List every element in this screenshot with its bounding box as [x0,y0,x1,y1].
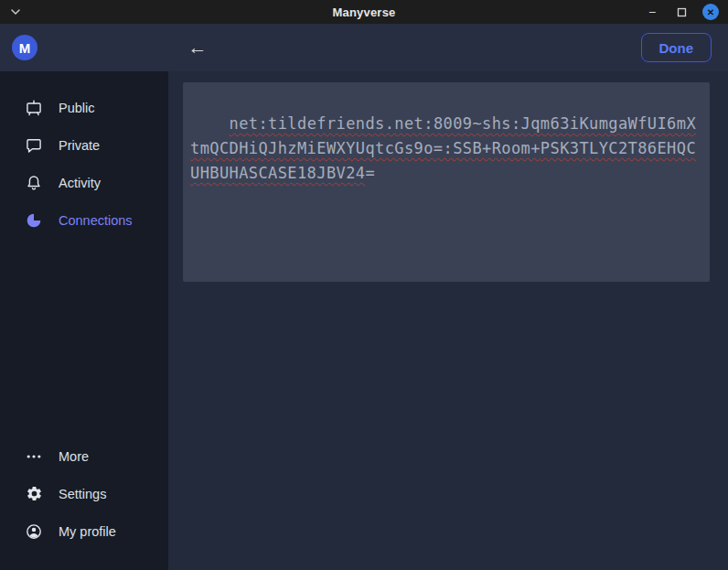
connections-swirl-icon [25,211,43,230]
sidebar-item-label: Settings [59,487,106,501]
window-title: Manyverse [0,5,728,19]
bulletin-board-icon [25,99,43,117]
sidebar-item-label: Activity [59,176,101,190]
minimize-button[interactable]: − [644,4,660,20]
invite-code-input[interactable]: net:tildefriends.net:8009~shs:Jqm63iKumg… [183,82,710,282]
sidebar-item-label: Private [59,138,100,153]
app-header: M ← Done [0,24,728,71]
sidebar-main-group: Public Private Activity [0,71,168,239]
sidebar-footer-group: More Settings My profile [0,437,168,550]
close-icon: ✕ [707,7,714,17]
back-button[interactable]: ← [184,34,211,61]
sidebar-item-settings[interactable]: Settings [0,475,168,512]
done-button[interactable]: Done [641,33,712,62]
dots-more-icon [25,447,43,466]
logo-letter: M [19,40,31,56]
invite-code-segment: = [365,164,375,182]
sidebar-item-public[interactable]: Public [0,89,168,126]
sidebar-item-activity[interactable]: Activity [0,164,168,201]
gear-icon [25,485,43,503]
sidebar-item-label: Public [59,101,95,115]
sidebar-item-my-profile[interactable]: My profile [0,512,168,550]
main-content: net:tildefriends.net:8009~shs:Jqm63iKumg… [168,71,728,570]
window-controls: − ✕ [644,0,719,24]
window-menu-chevron-icon[interactable] [9,5,22,18]
titlebar: Manyverse − ✕ [0,0,728,24]
bell-icon [25,174,43,192]
sidebar-item-more[interactable]: More [0,437,168,475]
back-arrow-icon: ← [188,37,208,59]
sidebar: Public Private Activity [0,71,168,570]
sidebar-item-connections[interactable]: Connections [0,201,168,239]
close-button[interactable]: ✕ [702,4,719,20]
sidebar-item-private[interactable]: Private [0,126,168,164]
person-circle-icon [25,522,43,541]
restore-button[interactable] [673,4,690,20]
manyverse-logo: M [12,35,37,60]
sidebar-item-label: My profile [59,524,116,539]
sidebar-item-label: Connections [59,213,133,228]
sidebar-item-label: More [59,449,89,464]
message-bubble-icon [25,136,43,155]
